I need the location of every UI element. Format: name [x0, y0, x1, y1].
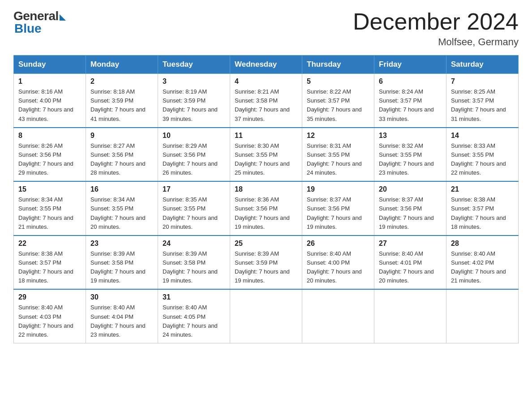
col-sunday: Sunday: [14, 56, 86, 74]
day-info: Sunrise: 8:29 AMSunset: 3:56 PMDaylight:…: [163, 142, 218, 176]
table-row: 11 Sunrise: 8:30 AMSunset: 3:55 PMDaylig…: [230, 128, 302, 182]
day-info: Sunrise: 8:30 AMSunset: 3:55 PMDaylight:…: [235, 142, 290, 176]
table-row: 7 Sunrise: 8:25 AMSunset: 3:57 PMDayligh…: [446, 74, 519, 128]
day-number: 18: [235, 185, 297, 193]
day-info: Sunrise: 8:31 AMSunset: 3:55 PMDaylight:…: [307, 142, 362, 176]
calendar-week-row: 8 Sunrise: 8:26 AMSunset: 3:56 PMDayligh…: [14, 128, 519, 182]
table-row: 4 Sunrise: 8:21 AMSunset: 3:58 PMDayligh…: [230, 74, 302, 128]
day-number: 14: [451, 132, 514, 140]
table-row: 1 Sunrise: 8:16 AMSunset: 4:00 PMDayligh…: [14, 74, 86, 128]
day-number: 31: [163, 293, 225, 301]
logo-triangle-icon: [60, 14, 66, 21]
table-row: 5 Sunrise: 8:22 AMSunset: 3:57 PMDayligh…: [302, 74, 374, 128]
day-number: 13: [379, 132, 442, 140]
day-number: 22: [18, 240, 81, 248]
title-section: December 2024 Molfsee, Germany: [353, 9, 519, 48]
table-row: [446, 289, 519, 343]
day-number: 27: [379, 240, 442, 248]
col-thursday: Thursday: [302, 56, 374, 74]
day-number: 1: [18, 77, 81, 86]
day-number: 9: [90, 132, 153, 140]
day-number: 5: [307, 77, 369, 86]
table-row: 26 Sunrise: 8:40 AMSunset: 4:00 PMDaylig…: [302, 235, 374, 290]
calendar-header-row: Sunday Monday Tuesday Wednesday Thursday…: [14, 56, 519, 74]
day-number: 23: [90, 240, 153, 248]
logo: General Blue: [13, 9, 66, 36]
table-row: [230, 289, 302, 343]
calendar-week-row: 15 Sunrise: 8:34 AMSunset: 3:55 PMDaylig…: [14, 181, 519, 235]
day-number: 24: [163, 240, 225, 248]
day-info: Sunrise: 8:36 AMSunset: 3:56 PMDaylight:…: [235, 196, 290, 230]
table-row: 22 Sunrise: 8:38 AMSunset: 3:57 PMDaylig…: [14, 235, 86, 290]
day-number: 12: [307, 132, 369, 140]
page-header: General Blue December 2024 Molfsee, Germ…: [13, 9, 519, 48]
table-row: 28 Sunrise: 8:40 AMSunset: 4:02 PMDaylig…: [446, 235, 519, 290]
calendar-week-row: 29 Sunrise: 8:40 AMSunset: 4:03 PMDaylig…: [14, 289, 519, 343]
day-number: 19: [307, 185, 369, 193]
day-number: 15: [18, 185, 81, 193]
day-number: 2: [90, 77, 153, 86]
table-row: 2 Sunrise: 8:18 AMSunset: 3:59 PMDayligh…: [86, 74, 158, 128]
col-tuesday: Tuesday: [158, 56, 230, 74]
day-info: Sunrise: 8:32 AMSunset: 3:55 PMDaylight:…: [379, 142, 434, 176]
table-row: 23 Sunrise: 8:39 AMSunset: 3:58 PMDaylig…: [86, 235, 158, 290]
day-number: 21: [451, 185, 514, 193]
table-row: 20 Sunrise: 8:37 AMSunset: 3:56 PMDaylig…: [374, 181, 446, 235]
table-row: [374, 289, 446, 343]
calendar-header: Sunday Monday Tuesday Wednesday Thursday…: [14, 56, 519, 74]
day-info: Sunrise: 8:38 AMSunset: 3:57 PMDaylight:…: [18, 250, 73, 284]
logo-blue-text: Blue: [14, 21, 42, 36]
table-row: 30 Sunrise: 8:40 AMSunset: 4:04 PMDaylig…: [86, 289, 158, 343]
table-row: 31 Sunrise: 8:40 AMSunset: 4:05 PMDaylig…: [158, 289, 230, 343]
day-number: 20: [379, 185, 442, 193]
table-row: 10 Sunrise: 8:29 AMSunset: 3:56 PMDaylig…: [158, 128, 230, 182]
table-row: 24 Sunrise: 8:39 AMSunset: 3:58 PMDaylig…: [158, 235, 230, 290]
calendar-week-row: 1 Sunrise: 8:16 AMSunset: 4:00 PMDayligh…: [14, 74, 519, 128]
day-number: 30: [90, 293, 153, 301]
table-row: [302, 289, 374, 343]
day-number: 26: [307, 240, 369, 248]
day-info: Sunrise: 8:39 AMSunset: 3:58 PMDaylight:…: [90, 250, 146, 284]
day-info: Sunrise: 8:26 AMSunset: 3:56 PMDaylight:…: [18, 142, 73, 176]
table-row: 3 Sunrise: 8:19 AMSunset: 3:59 PMDayligh…: [158, 74, 230, 128]
day-info: Sunrise: 8:37 AMSunset: 3:56 PMDaylight:…: [307, 196, 362, 230]
day-info: Sunrise: 8:40 AMSunset: 4:04 PMDaylight:…: [90, 304, 146, 338]
day-number: 17: [163, 185, 225, 193]
day-info: Sunrise: 8:24 AMSunset: 3:57 PMDaylight:…: [379, 88, 434, 122]
day-info: Sunrise: 8:18 AMSunset: 3:59 PMDaylight:…: [90, 88, 146, 122]
calendar-table: Sunday Monday Tuesday Wednesday Thursday…: [13, 55, 519, 343]
day-info: Sunrise: 8:40 AMSunset: 4:00 PMDaylight:…: [307, 250, 362, 284]
table-row: 27 Sunrise: 8:40 AMSunset: 4:01 PMDaylig…: [374, 235, 446, 290]
table-row: 13 Sunrise: 8:32 AMSunset: 3:55 PMDaylig…: [374, 128, 446, 182]
day-number: 10: [163, 132, 225, 140]
col-friday: Friday: [374, 56, 446, 74]
day-info: Sunrise: 8:21 AMSunset: 3:58 PMDaylight:…: [235, 88, 290, 122]
day-number: 29: [18, 293, 81, 301]
table-row: 18 Sunrise: 8:36 AMSunset: 3:56 PMDaylig…: [230, 181, 302, 235]
table-row: 6 Sunrise: 8:24 AMSunset: 3:57 PMDayligh…: [374, 74, 446, 128]
day-info: Sunrise: 8:33 AMSunset: 3:55 PMDaylight:…: [451, 142, 506, 176]
day-info: Sunrise: 8:34 AMSunset: 3:55 PMDaylight:…: [90, 196, 146, 230]
table-row: 19 Sunrise: 8:37 AMSunset: 3:56 PMDaylig…: [302, 181, 374, 235]
day-info: Sunrise: 8:39 AMSunset: 3:58 PMDaylight:…: [163, 250, 218, 284]
day-number: 16: [90, 185, 153, 193]
day-info: Sunrise: 8:38 AMSunset: 3:57 PMDaylight:…: [451, 196, 506, 230]
table-row: 25 Sunrise: 8:39 AMSunset: 3:59 PMDaylig…: [230, 235, 302, 290]
day-info: Sunrise: 8:40 AMSunset: 4:02 PMDaylight:…: [451, 250, 506, 284]
table-row: 29 Sunrise: 8:40 AMSunset: 4:03 PMDaylig…: [14, 289, 86, 343]
day-info: Sunrise: 8:22 AMSunset: 3:57 PMDaylight:…: [307, 88, 362, 122]
page-title: December 2024: [353, 9, 519, 34]
table-row: 21 Sunrise: 8:38 AMSunset: 3:57 PMDaylig…: [446, 181, 519, 235]
day-info: Sunrise: 8:40 AMSunset: 4:01 PMDaylight:…: [379, 250, 434, 284]
day-number: 8: [18, 132, 81, 140]
day-number: 28: [451, 240, 514, 248]
table-row: 9 Sunrise: 8:27 AMSunset: 3:56 PMDayligh…: [86, 128, 158, 182]
table-row: 16 Sunrise: 8:34 AMSunset: 3:55 PMDaylig…: [86, 181, 158, 235]
col-monday: Monday: [86, 56, 158, 74]
day-number: 7: [451, 77, 514, 86]
col-wednesday: Wednesday: [230, 56, 302, 74]
day-info: Sunrise: 8:40 AMSunset: 4:05 PMDaylight:…: [163, 304, 218, 338]
day-info: Sunrise: 8:40 AMSunset: 4:03 PMDaylight:…: [18, 304, 73, 338]
day-number: 6: [379, 77, 442, 86]
day-info: Sunrise: 8:34 AMSunset: 3:55 PMDaylight:…: [18, 196, 73, 230]
